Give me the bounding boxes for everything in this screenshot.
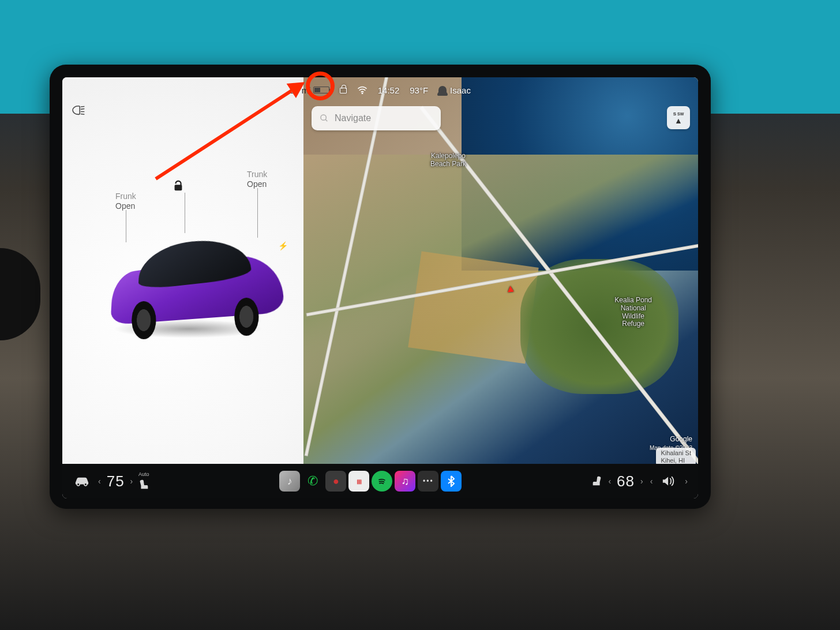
svg-line-0: [81, 107, 85, 107]
street-name: Kihalani St: [661, 449, 691, 457]
street-city: Kihei, HI: [661, 457, 691, 464]
music-note-icon: ♪: [287, 475, 292, 487]
phone-icon: ✆: [308, 474, 318, 489]
map-label-beach-park: KalepolepoBeach Park: [430, 152, 466, 168]
svg-point-7: [362, 93, 363, 94]
driver-profile[interactable]: Isaac: [438, 85, 471, 95]
svg-rect-4: [175, 185, 182, 190]
spotify-icon: [376, 475, 388, 487]
map-panel[interactable]: Navigate S SW ▲ KalepolepoBeach Park Kea…: [303, 77, 698, 464]
vehicle-panel: Frunk Open Trunk Open ⚡: [62, 77, 303, 464]
profile-name: Isaac: [450, 85, 471, 95]
map-vegetation: [520, 259, 678, 395]
svg-point-8: [77, 483, 80, 486]
car-controls-button[interactable]: [70, 470, 93, 493]
bottom-app-bar: ‹ 75 › Auto ♪ ✆ ● ▦ ♫ •••: [62, 464, 698, 498]
seat-heat-mode: Auto: [138, 471, 149, 477]
unlock-icon[interactable]: [172, 180, 185, 195]
compass-arrow-icon: ▲: [674, 117, 682, 125]
map-label-refuge: Kealia PondNationalWildlifeRefuge: [614, 297, 652, 328]
outside-temperature[interactable]: 93°F: [410, 85, 428, 95]
app-dashcam[interactable]: ●: [325, 471, 346, 492]
passenger-temp-control: ‹ 68 ›: [606, 472, 645, 490]
app-apple-music[interactable]: ♫: [395, 471, 415, 492]
app-music[interactable]: ♪: [279, 471, 300, 492]
front-wheel: [132, 301, 156, 339]
driver-seat-heat[interactable]: Auto: [137, 471, 150, 491]
trunk-button[interactable]: Trunk Open: [247, 170, 267, 189]
headlight-icon[interactable]: [70, 104, 85, 119]
svg-line-3: [81, 114, 85, 115]
volume-icon: [662, 475, 676, 487]
clock[interactable]: 14:52: [378, 85, 400, 95]
touchscreen: Frunk Open Trunk Open ⚡: [62, 77, 698, 498]
more-icon: •••: [423, 477, 434, 485]
record-icon: ●: [333, 475, 339, 487]
street-callout[interactable]: Kihalani St Kihei, HI: [656, 448, 696, 464]
touchscreen-bezel: Frunk Open Trunk Open ⚡: [50, 65, 711, 509]
app-launcher[interactable]: •••: [418, 471, 438, 492]
passenger-temp-down[interactable]: ‹: [606, 477, 613, 486]
frunk-title: Frunk: [115, 192, 136, 201]
volume-button[interactable]: [657, 470, 680, 493]
map-credit: Google: [670, 435, 692, 443]
profile-icon: [438, 86, 447, 94]
volume-down[interactable]: ‹: [648, 477, 655, 486]
gps-marker-icon: ▲: [505, 282, 516, 295]
app-phone[interactable]: ✆: [302, 471, 323, 492]
navigate-search[interactable]: Navigate: [312, 106, 441, 130]
search-icon: [320, 114, 329, 123]
lock-status-icon[interactable]: [340, 85, 347, 95]
rear-wheel: [234, 297, 258, 336]
svg-line-1: [81, 109, 85, 110]
driver-temp-down[interactable]: ‹: [96, 477, 103, 486]
svg-point-5: [321, 115, 326, 120]
apple-music-icon: ♫: [402, 475, 410, 487]
passenger-seat-heat[interactable]: [591, 475, 603, 487]
map-field: [408, 251, 539, 363]
volume-up[interactable]: ›: [682, 477, 690, 486]
bluetooth-icon: [447, 475, 455, 487]
svg-point-9: [84, 483, 87, 486]
seat-heat-icon: [591, 475, 603, 487]
status-bar: 84 mi 14:52 93°F Isaac: [62, 77, 698, 103]
calendar-icon: ▦: [357, 478, 362, 485]
svg-line-6: [325, 119, 327, 121]
app-calendar[interactable]: ▦: [348, 471, 369, 492]
app-bluetooth[interactable]: [441, 471, 462, 492]
driver-temp-value[interactable]: 75: [107, 472, 125, 490]
compass-button[interactable]: S SW ▲: [667, 106, 690, 129]
driver-temp-control: ‹ 75 ›: [96, 472, 135, 490]
wifi-icon[interactable]: [357, 86, 367, 94]
passenger-temp-up[interactable]: ›: [638, 477, 646, 486]
car-visualization[interactable]: [90, 227, 286, 343]
frunk-button[interactable]: Frunk Open: [115, 192, 136, 211]
compass-subcardinal: SW: [677, 112, 684, 116]
seat-heat-icon: [137, 478, 150, 491]
trunk-title: Trunk: [247, 170, 267, 179]
driver-temp-up[interactable]: ›: [128, 477, 136, 486]
app-spotify[interactable]: [372, 471, 392, 492]
navigate-placeholder: Navigate: [335, 113, 371, 123]
passenger-temp-value[interactable]: 68: [617, 472, 635, 490]
annotation-circle: [306, 72, 335, 100]
